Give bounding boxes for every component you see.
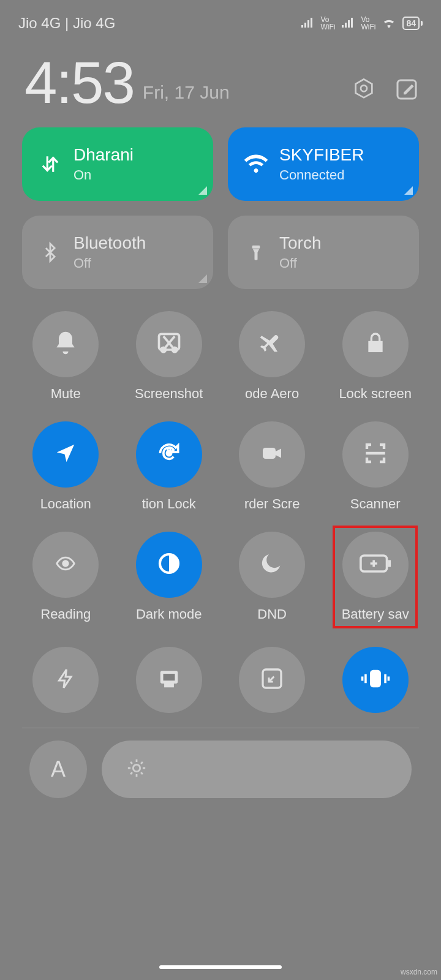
nav-icon: [54, 442, 77, 467]
date-label: Fri, 17 Jun: [143, 82, 230, 103]
contrast-icon: [157, 551, 181, 578]
expand-corner-icon[interactable]: [404, 186, 413, 195]
toggle-screen-recorder[interactable]: rder Scre: [236, 421, 308, 512]
torch-icon: [243, 239, 270, 266]
bluetooth-icon: [37, 239, 64, 266]
settings-icon[interactable]: [352, 77, 376, 102]
eye-icon: [51, 553, 80, 576]
vowifi-icon-2: VoWiFi: [361, 16, 375, 31]
toggle-dnd[interactable]: DND: [236, 532, 308, 622]
data-arrows-icon: [37, 151, 64, 178]
status-indicators: VoWiFi VoWiFi 84: [301, 16, 423, 31]
battery-plus-icon: [360, 553, 391, 576]
svg-rect-15: [165, 685, 173, 687]
status-bar: Jio 4G | Jio 4G VoWiFi VoWiFi 84: [0, 0, 441, 38]
toggle-floating-window[interactable]: [239, 647, 305, 713]
wifi-tile-title: SKYFIBER: [279, 145, 364, 165]
brightness-slider[interactable]: [102, 741, 412, 798]
watermark: wsxdn.com: [401, 968, 437, 976]
moon-icon: [260, 551, 284, 578]
svg-point-0: [361, 86, 367, 92]
toggle-scanner[interactable]: Scanner: [339, 421, 412, 512]
rotation-lock-icon: [156, 440, 183, 469]
airplane-icon: [258, 330, 285, 359]
carrier-label: Jio 4G | Jio 4G: [18, 15, 115, 32]
svg-point-6: [165, 450, 172, 457]
vowifi-icon-1: VoWiFi: [320, 16, 335, 31]
vibrate-icon: [360, 666, 391, 693]
bt-tile-sub: Off: [74, 255, 146, 271]
bt-tile-title: Bluetooth: [74, 233, 146, 253]
svg-point-5: [172, 348, 176, 352]
toggle-lockscreen[interactable]: Lock screen: [339, 311, 412, 402]
wifi-tile-sub: Connected: [279, 167, 364, 183]
divider: [22, 728, 419, 728]
scan-icon: [363, 440, 388, 469]
svg-point-9: [63, 561, 69, 567]
auto-brightness-button[interactable]: A: [29, 741, 87, 798]
time-label: 4:53: [24, 56, 134, 109]
video-icon: [258, 442, 285, 467]
edit-icon[interactable]: [394, 77, 419, 102]
bottom-toggle-row: [0, 635, 441, 719]
bluetooth-tile[interactable]: Bluetooth Off: [22, 216, 213, 289]
clock-area[interactable]: 4:53 Fri, 17 Jun: [24, 56, 230, 109]
battery-icon: 84: [402, 17, 423, 30]
svg-rect-12: [388, 560, 391, 567]
toggle-cast[interactable]: [136, 647, 202, 713]
expand-corner-icon[interactable]: [198, 186, 207, 195]
torch-tile-sub: Off: [279, 255, 321, 271]
signal-icon-1: [301, 18, 314, 29]
navigation-handle[interactable]: [159, 965, 282, 969]
wifi-icon: [382, 17, 396, 29]
wifi-tile-icon: [243, 151, 270, 178]
svg-rect-17: [370, 670, 381, 688]
svg-rect-2: [252, 246, 260, 249]
bolt-icon: [55, 665, 77, 695]
svg-rect-14: [162, 673, 176, 682]
toggle-mute[interactable]: Mute: [29, 311, 102, 402]
toggle-battery-saver[interactable]: Battery sav: [333, 526, 418, 628]
big-tiles: Dharani On SKYFIBER Connected Bluetooth …: [0, 127, 441, 304]
expand-corner-icon[interactable]: [198, 274, 207, 283]
sun-icon: [126, 758, 147, 781]
svg-point-18: [133, 765, 140, 772]
toggle-screenshot[interactable]: Screenshot: [132, 311, 205, 402]
toggle-location[interactable]: Location: [29, 421, 102, 512]
toggle-rotation-lock[interactable]: tion Lock: [132, 421, 205, 512]
panel-header: 4:53 Fri, 17 Jun: [0, 38, 441, 127]
scissors-icon: [156, 330, 183, 359]
data-tile-title: Dharani: [74, 145, 134, 165]
lock-icon: [363, 331, 388, 358]
svg-rect-8: [263, 448, 276, 459]
cast-icon: [156, 667, 183, 693]
toggle-reading[interactable]: Reading: [29, 532, 102, 622]
torch-tile[interactable]: Torch Off: [228, 216, 419, 289]
toggle-darkmode[interactable]: Dark mode: [132, 532, 205, 622]
svg-point-4: [161, 348, 165, 352]
torch-tile-title: Torch: [279, 233, 321, 253]
mobile-data-tile[interactable]: Dharani On: [22, 127, 213, 201]
small-toggles-grid: Mute Screenshot ode Aero Lock screen Loc…: [0, 304, 441, 635]
brightness-row: A: [0, 737, 441, 798]
toggle-airplane[interactable]: ode Aero: [236, 311, 308, 402]
bell-icon: [52, 330, 79, 359]
toggle-vibrate[interactable]: [342, 647, 409, 713]
toggle-bolt[interactable]: [32, 647, 99, 713]
data-tile-sub: On: [74, 167, 134, 183]
signal-icon-2: [341, 18, 355, 29]
wifi-tile[interactable]: SKYFIBER Connected: [228, 127, 419, 201]
window-icon: [260, 666, 284, 693]
auto-brightness-label: A: [51, 756, 66, 782]
